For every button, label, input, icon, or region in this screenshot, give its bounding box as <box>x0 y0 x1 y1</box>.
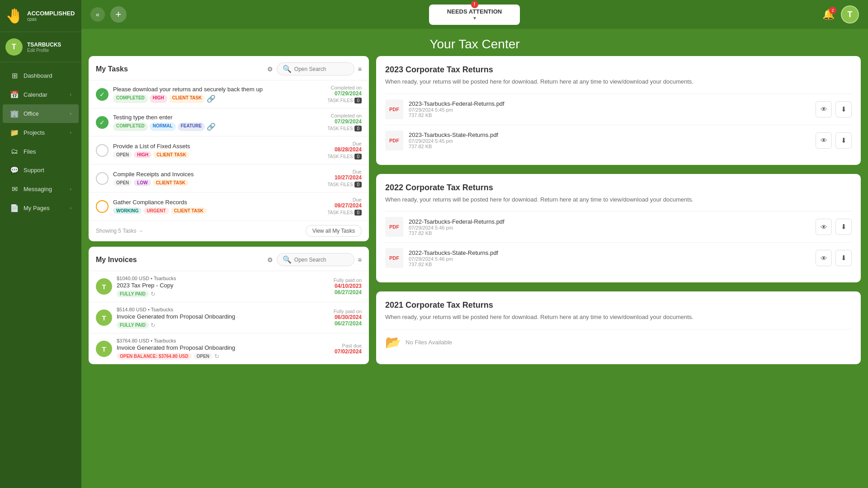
needs-attention-label: NEEDS ATTENTION <box>447 8 502 15</box>
task-files-label: TASK FILES <box>327 154 353 159</box>
file-item: PDF 2022-Tsarbucks-Federal-Returns.pdf 0… <box>385 211 852 242</box>
invoice-amount: $3764.80 USD • Tsarbucks <box>117 338 330 343</box>
my-pages-icon: 📄 <box>10 204 19 212</box>
invoice-name: Invoice Generated from Proposal Onboardi… <box>117 313 329 320</box>
refresh-icon[interactable]: ↻ <box>151 291 156 297</box>
file-preview-button[interactable]: 👁 <box>816 250 832 266</box>
user-avatar: T <box>5 38 23 56</box>
dashboard-icon: ⊞ <box>10 71 19 80</box>
profile-avatar[interactable]: T <box>841 5 859 23</box>
tax-section-desc: When ready, your returns will be posted … <box>385 195 852 204</box>
date-label: Fully paid on <box>334 309 362 314</box>
file-meta: 07/29/2024 5:45 pm <box>409 107 810 113</box>
invoices-search-input[interactable] <box>294 257 349 263</box>
view-all-tasks-button[interactable]: View all My Tasks <box>306 225 362 237</box>
refresh-icon[interactable]: ↻ <box>214 353 219 360</box>
file-name: 2022-Tsarbucks-Federal-Returns.pdf <box>409 218 810 225</box>
task-status-circle[interactable]: ✓ <box>96 88 108 101</box>
tag: OPEN <box>113 179 132 186</box>
sidebar-item-messaging[interactable]: ✉ Messaging › <box>3 180 79 198</box>
pdf-icon: PDF <box>385 131 403 150</box>
chevron-right-icon: › <box>70 111 71 116</box>
edit-profile-link[interactable]: Edit Profile <box>27 48 61 53</box>
invoices-search-box[interactable]: 🔍 <box>277 253 354 266</box>
needs-attention-banner[interactable]: ! NEEDS ATTENTION ▾ <box>429 5 520 25</box>
table-row: ✓ Testing type then enter COMPLETED NORM… <box>89 108 369 136</box>
file-download-button[interactable]: ⬇ <box>835 250 852 266</box>
tax-section-desc: When ready, your returns will be posted … <box>385 313 852 322</box>
tasks-filter-button[interactable]: ⚙ <box>267 66 273 73</box>
refresh-icon[interactable]: ↻ <box>151 322 156 328</box>
tag: WORKING <box>113 207 142 214</box>
chevron-right-icon: › <box>70 187 71 192</box>
tag: COMPLETED <box>113 122 148 131</box>
sidebar-item-support[interactable]: 💬 Support <box>3 161 79 179</box>
invoice-amount: $1040.00 USD • Tsarbucks <box>117 276 329 281</box>
logo-sub: cpas <box>27 17 75 22</box>
file-size: 737.82 KB <box>409 113 810 118</box>
task-files-label: TASK FILES <box>327 182 353 187</box>
task-status-circle[interactable] <box>96 144 108 157</box>
my-invoices-card: My Invoices ⚙ 🔍 ≡ T <box>89 247 369 364</box>
logo-area: 🤚 ACCOMPLISHED cpas <box>0 0 81 32</box>
notification-badge: 2 <box>829 7 836 14</box>
search-icon: 🔍 <box>283 255 292 264</box>
content-area: Your Tax Center My Tasks ⚙ 🔍 ≡ <box>81 29 868 488</box>
date-label: Completed on <box>327 113 362 118</box>
invoices-options-button[interactable]: ≡ <box>358 256 362 263</box>
notification-button[interactable]: 🔔 2 <box>822 9 835 20</box>
file-download-button[interactable]: ⬇ <box>835 101 852 117</box>
task-link-icon[interactable]: 🔗 <box>207 122 216 131</box>
file-size: 737.82 KB <box>409 262 810 267</box>
task-files-label: TASK FILES <box>327 98 353 103</box>
file-name: 2023-Tsarbucks-State-Returns.pdf <box>409 131 810 138</box>
add-button[interactable]: + <box>110 6 127 23</box>
tasks-search-input[interactable] <box>294 66 349 72</box>
task-date: 09/27/2024 <box>327 202 362 209</box>
table-row: Compile Receipts and Invoices OPEN LOW C… <box>89 164 369 192</box>
file-preview-button[interactable]: 👁 <box>816 219 832 235</box>
file-preview-button[interactable]: 👁 <box>816 101 832 117</box>
tax-section-title: 2021 Corporate Tax Returns <box>385 300 852 310</box>
sidebar-item-my-pages[interactable]: 📄 My Pages › <box>3 199 79 217</box>
logo-icon: 🤚 <box>5 7 24 24</box>
sidebar-collapse-button[interactable]: « <box>90 7 105 22</box>
invoice-date-secondary: 06/27/2024 <box>334 320 362 327</box>
sidebar-item-files[interactable]: 🗂 Files <box>3 142 79 160</box>
task-name: Compile Receipts and Invoices <box>113 171 323 178</box>
file-item: PDF 2022-Tsarbucks-State-Returns.pdf 07/… <box>385 242 852 273</box>
tag: OPEN BALANCE: $3764.80 USD <box>117 353 192 360</box>
file-preview-button[interactable]: 👁 <box>816 132 832 149</box>
date-label: Due <box>327 197 362 202</box>
tag: LOW <box>134 179 151 186</box>
chevron-right-icon: › <box>70 92 71 97</box>
sidebar-item-label: Messaging <box>24 186 52 192</box>
file-download-button[interactable]: ⬇ <box>835 132 852 149</box>
file-size: 737.82 KB <box>409 230 810 236</box>
task-status-circle[interactable]: ✓ <box>96 116 108 129</box>
task-date: 10/27/2024 <box>327 174 362 181</box>
file-name: 2022-Tsarbucks-State-Returns.pdf <box>409 249 810 256</box>
sidebar-item-office[interactable]: 🏢 Office › <box>3 104 79 123</box>
sidebar-item-label: Support <box>24 167 44 174</box>
invoice-avatar: T <box>96 310 112 326</box>
file-meta: 07/29/2024 5:46 pm <box>409 225 810 230</box>
invoices-filter-button[interactable]: ⚙ <box>267 256 273 263</box>
file-download-button[interactable]: ⬇ <box>835 219 852 235</box>
task-status-circle[interactable] <box>96 172 108 185</box>
invoice-date-secondary: 06/27/2024 <box>334 289 362 296</box>
task-status-circle[interactable] <box>96 200 108 213</box>
tasks-search-box[interactable]: 🔍 <box>277 62 354 75</box>
sidebar-item-dashboard[interactable]: ⊞ Dashboard <box>3 66 79 85</box>
task-link-icon[interactable]: 🔗 <box>207 94 216 103</box>
sidebar-item-label: My Pages <box>24 205 50 211</box>
sidebar-item-projects[interactable]: 📁 Projects › <box>3 123 79 142</box>
tasks-options-button[interactable]: ≡ <box>358 66 362 73</box>
sidebar-item-calendar[interactable]: 📅 Calendar › <box>3 85 79 104</box>
showing-text: Showing 5 Tasks → <box>96 228 143 234</box>
task-date: 07/29/2024 <box>327 90 362 97</box>
file-item: PDF 2023-Tsarbucks-State-Returns.pdf 07/… <box>385 125 852 156</box>
tag: URGENT <box>143 207 169 214</box>
left-panel: My Tasks ⚙ 🔍 ≡ ✓ <box>89 56 369 481</box>
invoice-avatar: T <box>96 278 112 295</box>
